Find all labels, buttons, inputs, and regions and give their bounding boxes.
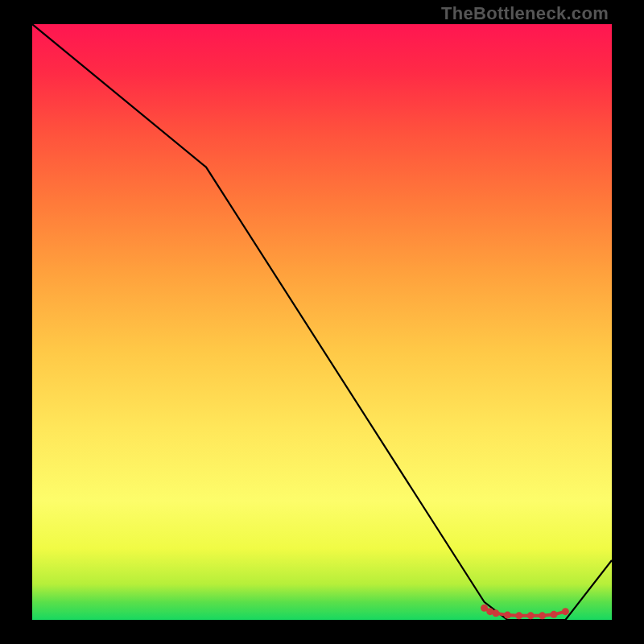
chart-plot-area (32, 24, 612, 620)
bottleneck-curve (32, 24, 612, 620)
chart-svg (32, 24, 612, 620)
marker-dot (504, 612, 511, 619)
marker-dot (515, 612, 522, 619)
marker-dot (551, 611, 558, 618)
marker-dot (527, 612, 535, 619)
watermark-text: TheBottleneck.com (441, 3, 609, 24)
marker-dot (562, 608, 569, 615)
marker-dot (539, 612, 546, 619)
marker-dot (493, 609, 500, 617)
optimal-range-markers (481, 605, 569, 620)
chart-frame: TheBottleneck.com (0, 0, 644, 644)
